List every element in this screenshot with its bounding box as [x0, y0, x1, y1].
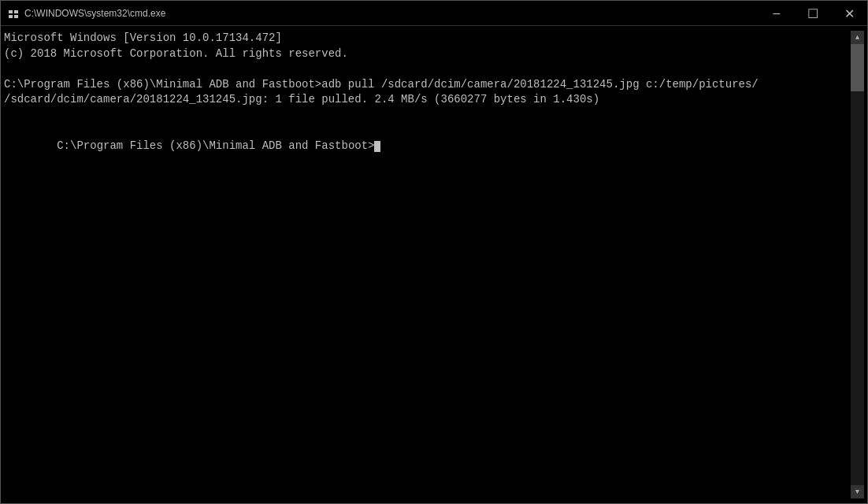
window-icon [7, 7, 20, 20]
svg-rect-3 [14, 15, 18, 18]
cursor [374, 141, 380, 152]
svg-rect-2 [9, 15, 13, 18]
scrollbar[interactable]: ▲ ▼ [851, 31, 864, 498]
console-line-6 [4, 108, 851, 124]
svg-rect-0 [9, 10, 13, 13]
minimize-button[interactable]: – [759, 1, 795, 26]
console-line-2: (c) 2018 Microsoft Corporation. All righ… [4, 46, 851, 62]
cmd-window: C:\WINDOWS\system32\cmd.exe – ☐ ✕ Micros… [0, 0, 868, 504]
console-line-5: /sdcard/dcim/camera/20181224_131245.jpg:… [4, 92, 851, 108]
title-bar: C:\WINDOWS\system32\cmd.exe – ☐ ✕ [1, 1, 867, 26]
scrollbar-track[interactable] [851, 44, 864, 485]
console-line-4: C:\Program Files (x86)\Minimal ADB and F… [4, 77, 851, 93]
scroll-up-button[interactable]: ▲ [851, 31, 864, 44]
console-area[interactable]: Microsoft Windows [Version 10.0.17134.47… [1, 26, 867, 503]
console-line-3 [4, 61, 851, 77]
console-line-7: C:\Program Files (x86)\Minimal ADB and F… [4, 124, 851, 170]
window-title: C:\WINDOWS\system32\cmd.exe [24, 8, 861, 19]
close-button[interactable]: ✕ [831, 1, 867, 26]
maximize-button[interactable]: ☐ [795, 1, 831, 26]
scroll-down-button[interactable]: ▼ [851, 485, 864, 498]
window-controls: – ☐ ✕ [759, 1, 867, 26]
console-content: Microsoft Windows [Version 10.0.17134.47… [4, 31, 851, 498]
scrollbar-thumb[interactable] [851, 44, 864, 91]
svg-rect-1 [14, 10, 18, 13]
prompt-text: C:\Program Files (x86)\Minimal ADB and F… [57, 139, 374, 152]
console-line-1: Microsoft Windows [Version 10.0.17134.47… [4, 31, 851, 46]
